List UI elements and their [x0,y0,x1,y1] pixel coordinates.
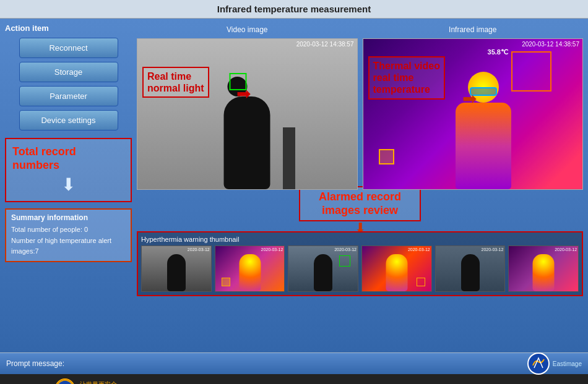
thermal-video-frame: 2020-03-12 14:38:57 35.8℃ Thermal video [363,38,584,190]
prompt-bar: Prompt message: Eastimage [0,352,588,374]
alarmed-line1: Alarmed record [319,190,401,204]
record-box: Total record numbers ⬇ [5,138,132,202]
thumb-ts-2: 2020-03-12 [261,247,283,252]
alarmed-annotation-area: Alarmed record images review ⬇ [137,194,583,228]
thumb-ts-4: 2020-03-12 [408,247,430,252]
reconnect-button[interactable]: Reconnect [19,38,118,58]
normal-timestamp: 2020-03-12 14:38:57 [296,41,354,48]
left-panel: Action item Reconnect Storage Parameter … [5,23,132,348]
real-time-line2: normal light [147,82,204,94]
video-image-label: Video image [227,25,268,34]
temp-badge: 35.8℃ [488,48,508,56]
summary-box: Summary information Total number of peop… [5,208,132,262]
thumbnail-6[interactable]: 2020-03-12 [508,245,579,292]
corner-logo: Eastimage [527,352,582,375]
thumbnail-label: Hyperthermia warning thumbnail [141,236,579,243]
real-time-line1: Real time [147,70,204,82]
thumb-ts-3: 2020-03-12 [334,247,357,252]
alert-images: Number of high temperature alert images:… [11,236,126,257]
small-object-box [379,149,394,164]
footer-logo-circle [55,378,75,384]
footer-logo-line1: 让世界更安全 [80,380,141,384]
footer: 让世界更安全 Building A Safer World web:www.ea… [0,374,588,384]
title-bar: Infrared temperature measurement [0,0,588,19]
real-time-label-box: Real time normal light [142,67,209,98]
video-row: 2020-03-12 14:38:57 Real time normal lig… [137,38,583,190]
prompt-label: Prompt message: [6,359,64,368]
thumb-ts-5: 2020-03-12 [482,247,504,252]
thermal-line3: temperature [373,83,440,95]
footer-logo: 让世界更安全 Building A Safer World [55,378,141,384]
company-logo-icon [528,353,549,374]
thermal-arrow: ➡ [462,88,477,109]
thumbnail-3[interactable]: 2020-03-12 [288,245,358,292]
footer-logo-text: 让世界更安全 Building A Safer World [80,380,141,384]
face-detect-box [511,51,551,92]
footer-logo-icon [56,380,74,384]
record-arrow: ⬇ [12,174,124,195]
corner-logo-text: Eastimage [553,361,582,367]
thumbnail-1[interactable]: 2020-03-12 [141,245,212,292]
thumbnail-4[interactable]: 2020-03-12 [361,245,432,292]
thumb-ts-6: 2020-03-12 [555,247,577,252]
svg-point-0 [529,354,548,373]
thumbnail-2[interactable]: 2020-03-12 [215,245,285,292]
action-label: Action item [5,23,132,33]
thermal-line2: real time [373,72,440,83]
device-settings-button[interactable]: Device settings [19,110,118,130]
normal-arrow: ➡ [236,83,251,104]
total-people: Total number of people: 0 [11,224,126,236]
infrared-image-label: Infrared image [449,25,496,34]
thermal-label-box: Thermal video real time temperature [368,56,445,100]
thermal-timestamp: 2020-03-12 14:38:57 [522,41,579,48]
record-label: Total record numbers [12,145,124,172]
thumbnail-5[interactable]: 2020-03-12 [435,245,506,292]
alarmed-box: Alarmed record images review [299,186,421,221]
svg-point-1 [57,380,73,384]
thumbnail-row: 2020-03-12 2020-03-12 2020-03-12 2020-03… [141,245,579,292]
thermal-line1: Thermal video [373,60,440,72]
summary-title: Summary information [11,213,126,222]
thumb-ts-1: 2020-03-12 [188,247,210,252]
storage-button[interactable]: Storage [19,62,118,82]
app-title: Infrared temperature measurement [217,4,371,14]
alarmed-line2: images review [319,204,401,218]
main-area: Action item Reconnect Storage Parameter … [0,19,588,352]
normal-video-frame: 2020-03-12 14:38:57 Real time normal lig… [137,38,358,190]
thumbnail-area: Hyperthermia warning thumbnail 2020-03-1… [137,231,583,296]
right-panel: Video image Infrared image 2020-03-12 14… [137,23,583,348]
parameter-button[interactable]: Parameter [19,86,118,106]
